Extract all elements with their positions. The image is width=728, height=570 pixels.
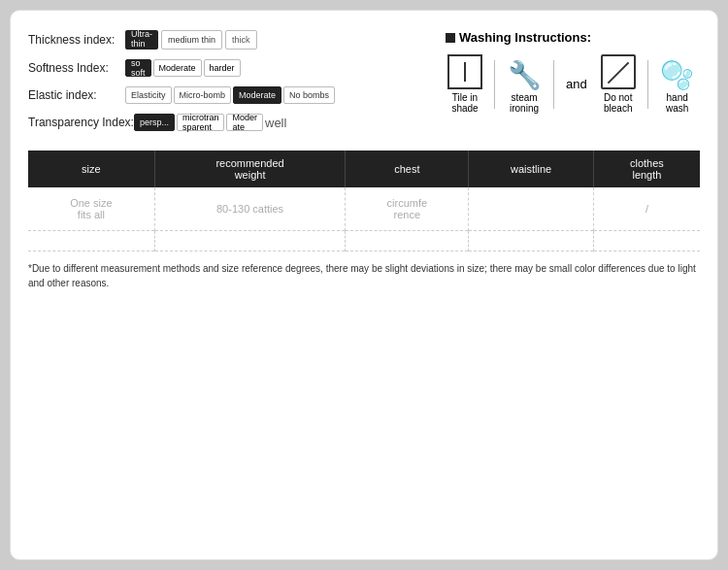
- transparency-bar: persp... microtransparent Moderate well: [134, 114, 286, 131]
- softness-label: Softness Index:: [28, 61, 125, 75]
- thickness-seg-2: thick: [225, 30, 257, 50]
- cell-weight-1: 80-130 catties: [154, 187, 346, 231]
- cell-size-2: [28, 231, 154, 251]
- softness-seg-1: Moderate: [153, 59, 202, 77]
- col-weight: recommendedweight: [154, 151, 346, 187]
- col-waistline: waistline: [469, 151, 594, 187]
- elastic-seg-1: Micro-bomb: [174, 86, 232, 104]
- cell-waist-1: [469, 187, 594, 231]
- trans-seg-2: Moderate: [226, 114, 263, 131]
- cell-chest-2: [346, 231, 469, 251]
- steam-ironing-label: steamironing: [510, 92, 539, 114]
- size-table: size recommendedweight chest waistline c…: [28, 151, 700, 251]
- cell-weight-2: [154, 231, 346, 251]
- elastic-seg-3: No bombs: [283, 86, 335, 104]
- hand-wash-label: handwash: [666, 92, 688, 114]
- table-header-row: size recommendedweight chest waistline c…: [28, 151, 700, 187]
- softness-bar: sosoft Moderate harder: [125, 59, 241, 77]
- cell-size-1: One sizefits all: [28, 187, 154, 231]
- no-bleach-item: Do notbleach: [599, 54, 638, 114]
- title-square-icon: [446, 33, 455, 43]
- washing-section: Washing Instructions: Tile inshade 🔧 ste…: [436, 30, 700, 141]
- divider-2: [553, 60, 554, 109]
- steam-ironing-item: 🔧 steamironing: [505, 62, 544, 114]
- col-chest: chest: [346, 151, 469, 187]
- softness-seg-2: harder: [204, 59, 241, 77]
- hand-wash-item: 🫧 handwash: [658, 62, 697, 114]
- trans-seg-0: persp...: [134, 114, 175, 131]
- washing-title-text: Washing Instructions:: [459, 30, 591, 45]
- table-row-empty: [28, 231, 700, 251]
- washing-icons-row: Tile inshade 🔧 steamironing and Do notbl…: [446, 54, 700, 114]
- col-length: clotheslength: [593, 151, 700, 187]
- disclaimer-text: *Due to different measurement methods an…: [28, 261, 700, 290]
- and-text: and: [566, 77, 587, 91]
- elastic-bar: Elasticity Micro-bomb Moderate No bombs: [125, 86, 335, 104]
- no-bleach-label: Do notbleach: [604, 92, 632, 114]
- cell-length-1: /: [593, 187, 700, 231]
- cell-chest-1: circumference: [346, 187, 469, 231]
- elastic-label: Elastic index:: [28, 88, 125, 102]
- tile-shade-label: Tile inshade: [451, 92, 478, 114]
- product-info-card: Thickness index: Ultra-thin medium thin …: [10, 10, 718, 560]
- tile-shade-item: Tile inshade: [446, 54, 484, 114]
- hand-wash-icon: 🫧: [660, 62, 694, 89]
- trans-well-label: well: [265, 116, 286, 130]
- no-bleach-icon: [601, 54, 636, 89]
- divider-3: [647, 60, 648, 109]
- thickness-label: Thickness index:: [28, 33, 125, 47]
- table-row: One sizefits all 80-130 catties circumfe…: [28, 187, 700, 231]
- washing-title: Washing Instructions:: [446, 30, 700, 45]
- tile-shade-icon: [447, 54, 482, 89]
- thickness-seg-0: Ultra-thin: [125, 30, 158, 50]
- cell-length-2: [593, 231, 700, 251]
- elastic-row: Elastic index: Elasticity Micro-bomb Mod…: [28, 86, 436, 104]
- elastic-seg-0: Elasticity: [125, 86, 172, 104]
- thickness-seg-1: medium thin: [161, 30, 222, 50]
- properties-section: Thickness index: Ultra-thin medium thin …: [28, 30, 436, 141]
- col-size: size: [28, 151, 154, 187]
- steam-iron-icon: 🔧: [508, 62, 542, 89]
- trans-seg-1: microtransparent: [177, 114, 225, 131]
- thickness-row: Thickness index: Ultra-thin medium thin …: [28, 30, 436, 50]
- thickness-bar: Ultra-thin medium thin thick: [125, 30, 257, 50]
- divider-1: [494, 60, 495, 109]
- transparency-row: Transparency Index: persp... microtransp…: [28, 114, 436, 131]
- transparency-label: Transparency Index:: [28, 116, 134, 129]
- softness-seg-0: sosoft: [125, 59, 151, 77]
- cell-waist-2: [469, 231, 594, 251]
- softness-row: Softness Index: sosoft Moderate harder: [28, 59, 436, 77]
- elastic-seg-2: Moderate: [233, 86, 281, 104]
